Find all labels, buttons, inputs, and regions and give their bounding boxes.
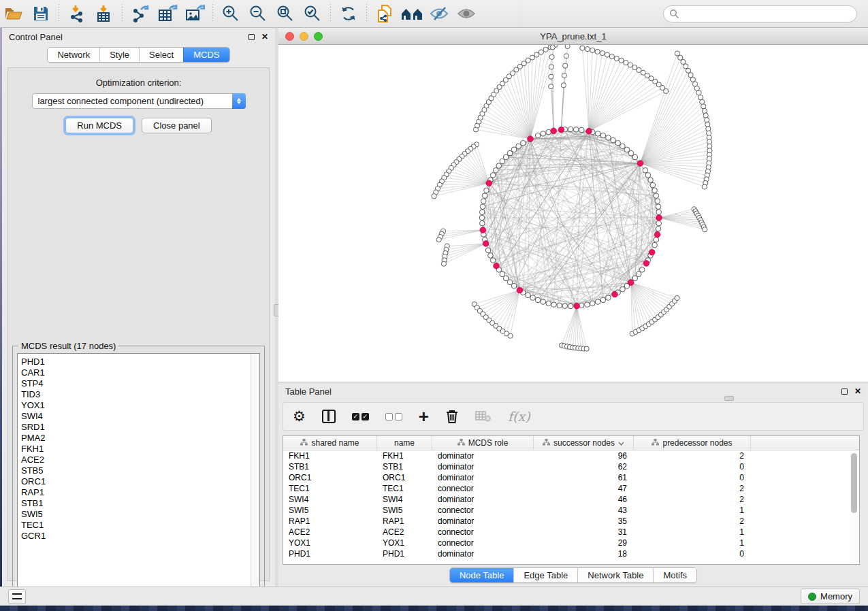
leaf-node[interactable] (686, 68, 690, 73)
zoom-out-icon[interactable] (244, 2, 272, 25)
ring-node[interactable] (615, 140, 621, 146)
ring-node[interactable] (530, 295, 536, 301)
delete-columns-icon[interactable] (445, 409, 459, 424)
ring-node[interactable] (654, 237, 659, 243)
leaf-node[interactable] (703, 227, 707, 232)
ring-node[interactable] (500, 159, 505, 164)
horizontal-splitter-grip[interactable] (724, 396, 734, 401)
table-cell[interactable]: ACE2 (283, 527, 377, 538)
table-cell[interactable]: connector (432, 527, 534, 538)
mcds-result-node[interactable]: SWI5 (21, 509, 259, 520)
leaf-node[interactable] (549, 65, 553, 69)
table-cell[interactable]: RAP1 (377, 516, 432, 527)
ring-node[interactable] (595, 131, 600, 137)
mcds-result-node[interactable]: STB5 (21, 465, 259, 476)
leaf-node[interactable] (534, 52, 539, 57)
ring-node[interactable] (656, 210, 662, 215)
table-row-PHD1[interactable]: PHD1PHD1dominator180 (283, 548, 859, 559)
leaf-node[interactable] (600, 51, 605, 56)
table-row-TEC1[interactable]: TEC1TEC1connector472 (283, 483, 859, 494)
leaf-node[interactable] (564, 54, 568, 59)
table-cell[interactable]: connector (432, 538, 534, 548)
mcds-hub-node[interactable] (574, 303, 580, 309)
ring-node[interactable] (655, 199, 660, 204)
leaf-node[interactable] (441, 261, 446, 266)
ring-node[interactable] (620, 286, 626, 292)
mcds-hub-node[interactable] (494, 263, 500, 269)
table-row-ORC1[interactable]: ORC1ORC1dominator610 (283, 472, 859, 483)
table-cell[interactable]: FKH1 (283, 450, 377, 461)
ring-node[interactable] (493, 168, 498, 174)
ring-node[interactable] (652, 188, 658, 193)
table-cell[interactable]: 96 (534, 450, 634, 461)
search-input[interactable] (663, 5, 857, 22)
mcds-hub-node[interactable] (649, 250, 655, 256)
mcds-result-node[interactable]: ORC1 (21, 476, 259, 487)
leaf-node[interactable] (432, 194, 436, 199)
leaf-node[interactable] (702, 108, 707, 113)
leaf-node[interactable] (549, 84, 553, 89)
ring-node[interactable] (620, 144, 626, 149)
ring-node[interactable] (485, 248, 491, 253)
mcds-result-node[interactable]: RAP1 (21, 487, 259, 498)
leaf-node[interactable] (550, 45, 555, 50)
zoom-in-icon[interactable] (217, 2, 244, 25)
mcds-result-node[interactable]: STB1 (21, 498, 259, 509)
table-row-STB1[interactable]: STB1STB1dominator620 (283, 461, 859, 472)
mcds-hub-node[interactable] (558, 127, 564, 133)
refresh-layout-icon[interactable] (335, 2, 362, 25)
table-cell[interactable]: 0 (634, 461, 751, 472)
table-cell[interactable]: SWI4 (377, 494, 432, 505)
table-cell[interactable]: YOX1 (377, 538, 432, 548)
ring-node[interactable] (479, 215, 485, 220)
tab-edge-table[interactable]: Edge Table (513, 568, 577, 582)
ring-node[interactable] (546, 129, 551, 135)
ring-node[interactable] (480, 204, 485, 210)
ring-node[interactable] (579, 127, 585, 133)
network-view-canvas[interactable] (278, 45, 868, 382)
table-cell[interactable]: RAP1 (283, 516, 377, 527)
duplicate-network-icon[interactable] (371, 2, 398, 25)
show-all-icon[interactable] (453, 2, 480, 25)
float-table-panel-icon[interactable] (841, 389, 848, 395)
leaf-node[interactable] (705, 118, 709, 122)
table-cell[interactable]: 1 (634, 527, 751, 538)
mcds-list-scrollbar[interactable] (251, 354, 259, 591)
ring-node[interactable] (480, 220, 485, 226)
ring-node[interactable] (511, 283, 517, 288)
table-cell[interactable]: 2 (634, 494, 751, 505)
run-mcds-button[interactable]: Run MCDS (65, 118, 133, 133)
mcds-result-node[interactable]: SRD1 (21, 422, 259, 433)
table-cell[interactable]: dominator (432, 516, 534, 527)
table-cell[interactable]: PHD1 (377, 548, 432, 559)
leaf-node[interactable] (609, 54, 614, 59)
ring-node[interactable] (526, 293, 531, 298)
table-cell[interactable]: 43 (534, 505, 634, 516)
ring-node[interactable] (652, 242, 658, 248)
table-cell[interactable]: YOX1 (283, 538, 377, 548)
open-file-icon[interactable] (0, 2, 27, 25)
ring-node[interactable] (606, 295, 611, 301)
ring-node[interactable] (541, 131, 546, 137)
ring-node[interactable] (624, 147, 630, 152)
tab-motifs[interactable]: Motifs (653, 568, 696, 582)
table-cell[interactable]: connector (432, 483, 534, 494)
export-network-icon[interactable] (127, 2, 154, 25)
close-panel-icon[interactable]: ✕ (261, 34, 268, 40)
leaf-node[interactable] (590, 48, 595, 52)
ring-node[interactable] (606, 135, 611, 141)
column-header-successor-nodes[interactable]: successor nodes (534, 436, 634, 450)
ring-node[interactable] (628, 150, 634, 156)
table-cell[interactable]: TEC1 (283, 483, 377, 494)
table-cell[interactable]: ACE2 (377, 527, 432, 538)
table-cell[interactable]: SWI5 (283, 505, 377, 516)
leaf-node[interactable] (701, 104, 706, 109)
tab-style[interactable]: Style (99, 48, 139, 62)
mcds-result-node[interactable]: PHD1 (21, 357, 259, 367)
ring-node[interactable] (656, 227, 661, 232)
leaf-node[interactable] (703, 113, 708, 118)
table-row-FKH1[interactable]: FKH1FKH1dominator962 (283, 450, 859, 461)
table-cell[interactable]: TEC1 (377, 483, 432, 494)
leaf-node[interactable] (705, 122, 710, 127)
ring-node[interactable] (632, 276, 638, 281)
